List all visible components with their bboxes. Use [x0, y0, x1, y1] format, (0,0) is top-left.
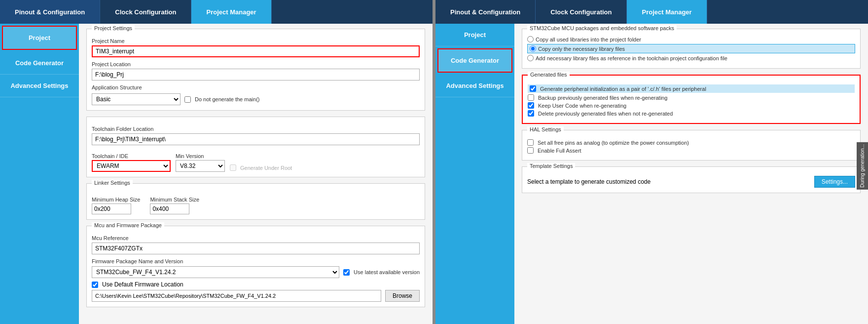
- template-settings-section: Template Settings Select a template to g…: [522, 166, 861, 193]
- template-settings-button[interactable]: Settings...: [814, 176, 855, 188]
- generated-files-title: Generated files: [528, 72, 570, 78]
- right-tab-clock[interactable]: Clock Configuration: [536, 0, 627, 24]
- right-sidebar: Project Code Generator Advanced Settings: [435, 24, 514, 324]
- hal-settings-title: HAL Settings: [527, 126, 564, 132]
- fw-location-input[interactable]: [92, 290, 381, 302]
- project-settings-section: Project Settings Project Name Project Lo…: [86, 29, 425, 111]
- app-structure-label: Application Structure: [92, 84, 420, 90]
- mcu-firmware-section: Mcu and Firmware Package Mcu Reference F…: [86, 226, 425, 307]
- left-sidebar: Project Code Generator Advanced Settings: [0, 24, 79, 324]
- left-tab-pinout[interactable]: Pinout & Configuration: [0, 0, 100, 24]
- sidebar-item-project[interactable]: Project: [2, 26, 77, 50]
- template-settings-title: Template Settings: [527, 163, 575, 169]
- right-tab-bar: Pinout & Configuration Clock Configurati…: [435, 0, 868, 24]
- keep-user-code-checkbox[interactable]: [528, 102, 534, 109]
- left-tab-bar: Pinout & Configuration Clock Configurati…: [0, 0, 433, 24]
- toolchain-section: Toolchain Folder Location Toolchain / ID…: [86, 117, 425, 177]
- generate-peripheral-checkbox[interactable]: [530, 85, 536, 92]
- left-tab-clock[interactable]: Clock Configuration: [100, 0, 191, 24]
- left-tab-project[interactable]: Project Manager: [191, 0, 271, 24]
- mcu-ref-label: Mcu Reference: [92, 235, 420, 241]
- backup-previous-checkbox[interactable]: [528, 94, 534, 101]
- toolchain-folder-label: Toolchain Folder Location: [92, 126, 420, 132]
- toolchain-ide-select[interactable]: EWARM: [92, 160, 171, 172]
- right-sidebar-item-advanced-settings[interactable]: Advanced Settings: [435, 75, 514, 97]
- stack-size-input[interactable]: [150, 203, 189, 214]
- heap-size-label: Minimum Heap Size: [92, 197, 140, 202]
- during-generation-tooltip: During generation...: [857, 142, 868, 190]
- template-description: Select a template to generate customized…: [527, 178, 651, 185]
- use-latest-checkbox[interactable]: [343, 269, 350, 276]
- right-sidebar-item-code-generator[interactable]: Code Generator: [437, 48, 512, 73]
- enable-assert-checkbox[interactable]: [527, 147, 534, 154]
- add-reference-radio[interactable]: [527, 55, 534, 61]
- min-version-label: Min Version: [176, 153, 225, 159]
- generate-under-root-checkbox[interactable]: [230, 164, 236, 171]
- right-panel: Pinout & Configuration Clock Configurati…: [435, 0, 868, 324]
- delete-previous-checkbox[interactable]: [528, 110, 534, 117]
- stm32-packages-section: STM32Cube MCU packages and embedded soft…: [522, 29, 861, 69]
- mcu-firmware-title: Mcu and Firmware Package: [92, 222, 164, 228]
- browse-button[interactable]: Browse: [385, 290, 420, 302]
- hal-settings-section: HAL Settings Set all free pins as analog…: [522, 130, 861, 161]
- mcu-ref-input[interactable]: [92, 243, 420, 254]
- right-tab-pinout[interactable]: Pinout & Configuration: [435, 0, 536, 24]
- right-content-area: Project Code Generator Advanced Settings…: [435, 24, 868, 324]
- use-default-fw-checkbox[interactable]: [92, 282, 98, 288]
- do-not-generate-checkbox[interactable]: [184, 96, 191, 103]
- left-panel: Pinout & Configuration Clock Configurati…: [0, 0, 433, 324]
- right-main-content: STM32Cube MCU packages and embedded soft…: [514, 24, 868, 324]
- copy-necessary-radio[interactable]: [530, 45, 536, 52]
- stack-size-label: Minimum Stack Size: [150, 197, 199, 202]
- copy-all-radio[interactable]: [527, 36, 534, 42]
- project-name-label: Project Name: [92, 38, 420, 44]
- set-free-pins-checkbox[interactable]: [527, 139, 534, 146]
- linker-settings-title: Linker Settings: [92, 180, 133, 186]
- project-location-input[interactable]: [92, 69, 420, 81]
- min-version-select[interactable]: V8.32: [176, 160, 225, 172]
- app-structure-select[interactable]: Basic: [92, 93, 181, 105]
- sidebar-item-code-generator[interactable]: Code Generator: [0, 52, 79, 75]
- right-sidebar-item-project[interactable]: Project: [435, 24, 514, 46]
- toolchain-folder-input[interactable]: [92, 133, 420, 145]
- project-name-input[interactable]: [92, 45, 420, 57]
- left-content-area: Project Code Generator Advanced Settings…: [0, 24, 433, 324]
- sidebar-item-advanced-settings[interactable]: Advanced Settings: [0, 75, 79, 97]
- fw-name-select[interactable]: STM32Cube_FW_F4_V1.24.2: [92, 266, 339, 278]
- project-location-label: Project Location: [92, 61, 420, 67]
- toolchain-ide-label: Toolchain / IDE: [92, 153, 171, 159]
- heap-size-input[interactable]: [92, 203, 131, 214]
- stm32-packages-title: STM32Cube MCU packages and embedded soft…: [527, 25, 677, 31]
- generated-files-section: Generated files Generate peripheral init…: [522, 75, 861, 124]
- project-settings-title: Project Settings: [92, 25, 135, 31]
- linker-settings-section: Linker Settings Minimum Heap Size Minimu…: [86, 183, 425, 220]
- right-tab-project[interactable]: Project Manager: [627, 0, 707, 24]
- fw-name-label: Firmware Package Name and Version: [92, 258, 420, 264]
- left-main-content: Project Settings Project Name Project Lo…: [79, 24, 433, 324]
